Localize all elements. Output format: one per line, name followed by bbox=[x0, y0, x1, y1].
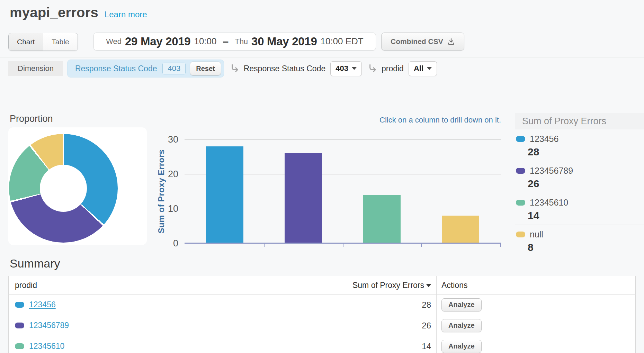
date-end-day: Thu bbox=[235, 37, 248, 46]
divider-top bbox=[0, 57, 644, 57]
x-axis-tick bbox=[343, 244, 343, 247]
drilldown-arrow-icon bbox=[368, 64, 377, 73]
reset-button[interactable]: Reset bbox=[190, 62, 221, 75]
bar-123456789[interactable] bbox=[285, 153, 322, 243]
date-end-date: 30 May 2019 bbox=[251, 35, 317, 48]
analyze-button[interactable]: Analyze bbox=[441, 319, 482, 332]
prodid-link[interactable]: 123456 bbox=[29, 300, 56, 309]
status-code-dropdown-value: 403 bbox=[336, 64, 348, 73]
y-tick-label: 20 bbox=[135, 169, 178, 180]
legend-color-chip bbox=[516, 232, 525, 237]
legend-label: null bbox=[530, 229, 543, 239]
date-range-picker[interactable]: Wed 29 May 2019 10:00 – Thu 30 May 2019 … bbox=[93, 33, 376, 51]
page-title: myapi_errors bbox=[10, 5, 98, 20]
donut-hole bbox=[40, 165, 87, 212]
chevron-down-icon bbox=[427, 67, 432, 70]
sort-desc-icon bbox=[426, 284, 431, 287]
tab-chart[interactable]: Chart bbox=[9, 33, 43, 51]
prodid-dropdown-value: All bbox=[414, 64, 423, 73]
filter-value-badge: 403 bbox=[162, 63, 186, 74]
legend-entry: null 8 bbox=[515, 225, 644, 256]
y-tick-label: 10 bbox=[135, 203, 178, 214]
row-value: 14 bbox=[262, 336, 437, 353]
legend-entry: 12345610 14 bbox=[515, 193, 644, 225]
combined-csv-label: Combined CSV bbox=[391, 37, 443, 46]
legend-value: 28 bbox=[528, 146, 644, 158]
proportion-title: Proportion bbox=[10, 114, 53, 124]
summary-header-row: prodid Sum of Proxy Errors Actions bbox=[9, 276, 636, 295]
legend-entry: 123456 28 bbox=[515, 129, 644, 161]
drilldown-arrow-icon bbox=[230, 64, 240, 73]
legend-value: 14 bbox=[528, 210, 644, 221]
proportion-card bbox=[8, 127, 147, 245]
filter-name: Response Status Code bbox=[75, 64, 157, 73]
combined-csv-button[interactable]: Combined CSV bbox=[381, 33, 464, 51]
drilldown-dimension-name: Response Status Code bbox=[244, 64, 326, 73]
chevron-down-icon bbox=[352, 67, 357, 70]
table-row: 12345610 14 Analyze bbox=[9, 336, 636, 353]
drilldown-hint: Click on a column to drill down on it. bbox=[312, 116, 501, 125]
legend-value: 8 bbox=[528, 242, 644, 253]
analyze-button[interactable]: Analyze bbox=[441, 298, 482, 311]
legend-label: 12345610 bbox=[530, 198, 568, 208]
column-header-sum[interactable]: Sum of Proxy Errors bbox=[262, 276, 437, 295]
y-axis-title: Sum of Proxy Errors bbox=[156, 150, 166, 234]
row-color-chip bbox=[15, 343, 24, 349]
x-axis-tick bbox=[264, 244, 265, 247]
row-color-chip bbox=[15, 302, 24, 308]
prodid-link[interactable]: 123456789 bbox=[29, 321, 69, 330]
x-axis-tick bbox=[421, 244, 422, 247]
prodid-dropdown[interactable]: All bbox=[409, 61, 437, 76]
status-code-dropdown[interactable]: 403 bbox=[330, 61, 362, 76]
bar-123456[interactable] bbox=[206, 146, 243, 243]
legend-color-chip bbox=[516, 200, 525, 206]
date-start-date: 29 May 2019 bbox=[125, 35, 190, 48]
bar-null[interactable] bbox=[442, 216, 479, 243]
donut-chart[interactable] bbox=[9, 134, 118, 243]
bar-12345610[interactable] bbox=[363, 195, 401, 243]
column-header-prodid: prodid bbox=[9, 276, 262, 295]
legend-label: 123456789 bbox=[530, 166, 573, 176]
drilldown-dimension-name: prodid bbox=[382, 64, 404, 73]
date-start-day: Wed bbox=[106, 37, 122, 46]
table-row: 123456 28 Analyze bbox=[9, 295, 636, 315]
active-filter-chip: Response Status Code 403 Reset bbox=[67, 60, 224, 78]
legend-title: Sum of Proxy Errors bbox=[515, 113, 644, 129]
summary-title: Summary bbox=[10, 257, 60, 270]
summary-table: prodid Sum of Proxy Errors Actions 12345… bbox=[8, 276, 636, 353]
date-range-separator: – bbox=[223, 36, 229, 47]
learn-more-link[interactable]: Learn more bbox=[105, 10, 147, 19]
legend-entry: 123456789 26 bbox=[515, 161, 644, 193]
prodid-link[interactable]: 12345610 bbox=[29, 342, 64, 351]
chart-legend: Sum of Proxy Errors 123456 28 123456789 … bbox=[515, 113, 644, 256]
gridline bbox=[185, 139, 501, 140]
report-header: myapi_errors Learn more bbox=[10, 5, 147, 20]
view-toggle: Chart Table bbox=[8, 33, 78, 51]
legend-color-chip bbox=[516, 168, 525, 174]
y-tick-label: 30 bbox=[135, 134, 178, 145]
legend-value: 26 bbox=[528, 178, 644, 190]
row-color-chip bbox=[15, 323, 24, 328]
table-row: 123456789 26 Analyze bbox=[9, 315, 636, 336]
date-end-time: 10:00 EDT bbox=[320, 36, 363, 47]
date-start-time: 10:00 bbox=[194, 36, 216, 47]
column-header-actions: Actions bbox=[437, 276, 636, 295]
divider-dimension bbox=[0, 79, 644, 79]
download-icon bbox=[447, 38, 455, 45]
dimension-bar: Dimension Response Status Code 403 Reset… bbox=[8, 60, 437, 78]
row-value: 26 bbox=[262, 315, 437, 336]
analyze-button[interactable]: Analyze bbox=[441, 340, 482, 353]
dimension-label: Dimension bbox=[8, 61, 63, 76]
y-tick-label: 0 bbox=[135, 238, 178, 249]
x-axis-tick bbox=[500, 244, 501, 247]
legend-color-chip bbox=[516, 136, 525, 142]
legend-label: 123456 bbox=[530, 134, 558, 144]
row-value: 28 bbox=[262, 295, 437, 315]
tab-table[interactable]: Table bbox=[43, 33, 77, 51]
